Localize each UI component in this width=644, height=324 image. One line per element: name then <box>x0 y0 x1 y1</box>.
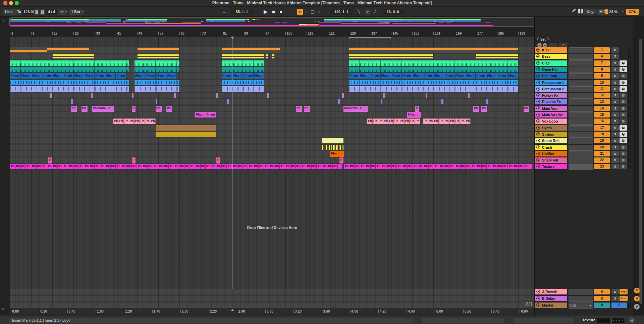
clip[interactable] <box>338 99 340 104</box>
fold-overview-icon[interactable]: ▽ <box>2 18 5 22</box>
clip[interactable] <box>132 93 134 98</box>
clip[interactable] <box>71 99 73 104</box>
clip[interactable] <box>156 132 216 137</box>
track-name[interactable]: Reverse Fx <box>535 99 567 104</box>
arm-button[interactable] <box>620 138 627 143</box>
loop-link-button[interactable]: ⌁ <box>549 43 557 47</box>
track-activator[interactable]: 12 <box>594 93 610 98</box>
track-name[interactable]: Strings <box>535 132 567 137</box>
track-activator[interactable]: 1 <box>594 47 610 53</box>
clip[interactable] <box>272 54 275 59</box>
clip[interactable] <box>10 67 129 72</box>
track-lane[interactable]: PhPhPhPhPhPhPhPhPhPhPhPhPhPhPhPhPhPhPhPh… <box>10 164 534 169</box>
cpu-caret-icon[interactable]: ▾ <box>622 9 624 15</box>
clip[interactable]: Ph <box>71 106 77 112</box>
track-name[interactable]: B Delay <box>535 296 567 301</box>
solo-button[interactable]: S <box>611 60 619 66</box>
metronome-menu-caret-icon[interactable]: ▾ <box>66 9 67 15</box>
clip[interactable] <box>265 54 268 59</box>
track-activator[interactable]: 15 <box>594 112 610 118</box>
track-header[interactable]: Vox Loop16S <box>535 119 632 124</box>
clip[interactable]: Phantom - T <box>92 106 114 112</box>
quantization-menu[interactable]: 1 Bar <box>69 9 83 15</box>
solo-button[interactable]: S <box>611 132 619 137</box>
computer-midi-keyboard-icon[interactable] <box>578 9 583 13</box>
clip[interactable]: PhantPhantPhantPhant <box>135 73 177 79</box>
arm-button[interactable] <box>620 67 627 72</box>
metronome-button[interactable]: ○● <box>58 9 66 15</box>
clip[interactable] <box>50 93 52 98</box>
clip[interactable] <box>222 54 264 59</box>
clip[interactable]: Ph <box>524 106 530 112</box>
arm-button[interactable] <box>620 99 627 104</box>
solo-button[interactable]: S <box>611 289 619 294</box>
track-header[interactable]: Snare Roll19S <box>535 138 632 143</box>
arm-button[interactable] <box>620 80 627 85</box>
track-lane[interactable] <box>10 132 534 137</box>
track-lane[interactable] <box>10 125 534 131</box>
device-chooser[interactable] <box>569 99 593 105</box>
clip[interactable] <box>267 93 269 98</box>
track-header[interactable]: Reverse Fx13S <box>535 99 632 104</box>
cue-out-chooser[interactable]: ‖ 1/2▼ <box>569 303 593 309</box>
device-chooser[interactable] <box>569 145 593 151</box>
play-icon[interactable] <box>536 113 540 117</box>
clip[interactable] <box>381 99 383 104</box>
device-chooser[interactable] <box>569 54 593 60</box>
clip[interactable]: P <box>48 157 52 164</box>
clip[interactable] <box>222 67 264 72</box>
play-icon[interactable] <box>536 106 540 110</box>
return-lane[interactable] <box>10 303 534 308</box>
device-chooser[interactable] <box>569 106 593 112</box>
clip[interactable]: Ph <box>166 106 172 112</box>
clip[interactable] <box>322 145 343 150</box>
track-name[interactable]: Vox Loop <box>535 119 567 124</box>
nudge-up-button[interactable]: |||| <box>40 9 45 15</box>
return-lane[interactable] <box>10 296 534 301</box>
track-activator[interactable]: 10 <box>594 80 610 85</box>
play-icon[interactable] <box>536 290 540 293</box>
play-button[interactable]: ▶ <box>264 9 268 15</box>
fold-lines-icon[interactable] <box>536 54 540 58</box>
clip[interactable]: Ph <box>304 106 310 112</box>
clip[interactable] <box>349 80 518 85</box>
device-chooser[interactable] <box>569 67 593 73</box>
prev-locator-button[interactable]: ← <box>537 43 542 47</box>
track-lane[interactable] <box>10 93 534 98</box>
track-lane[interactable]: PhantPhantPhan <box>10 112 534 118</box>
clip[interactable] <box>383 93 385 98</box>
track-header[interactable]: Hat Loop9S <box>535 73 632 79</box>
track-header[interactable]: B DelayBSPost <box>535 296 632 301</box>
track-activator[interactable]: 4 <box>594 54 610 59</box>
track-name[interactable]: Synth <box>535 125 567 131</box>
arm-button[interactable] <box>620 164 627 169</box>
arm-button[interactable] <box>620 119 627 124</box>
track-lane[interactable]: PhPhPhPhPhPhPhPhPhPhPhPhPhPhPhPhPhPhPhPh… <box>10 119 534 124</box>
punch-out-icon[interactable]: ╱ <box>374 9 376 15</box>
follow-button[interactable]: →‥ <box>222 9 228 15</box>
clip[interactable]: PhantPhantPhantPhant <box>222 73 264 79</box>
track-activator[interactable]: 14 <box>594 106 610 111</box>
solo-button[interactable]: S <box>611 296 619 301</box>
solo-button[interactable]: S <box>611 80 619 85</box>
track-activator[interactable]: 17 <box>594 125 610 131</box>
track-name[interactable]: Master <box>535 303 567 308</box>
track-lane[interactable] <box>10 67 534 72</box>
play-icon[interactable] <box>536 126 540 130</box>
solo-button[interactable]: S <box>611 119 619 124</box>
clip[interactable]: Ph <box>481 106 487 112</box>
punch-in-icon[interactable]: ╲ <box>358 9 360 15</box>
clip[interactable] <box>135 60 179 66</box>
track-name[interactable]: Clap <box>535 60 567 66</box>
arm-button[interactable] <box>620 125 627 131</box>
play-icon[interactable] <box>536 81 540 84</box>
track-name[interactable]: Folexy Fx <box>535 93 567 98</box>
device-chooser[interactable] <box>569 86 593 92</box>
track-header[interactable]: Crash20S <box>535 145 632 150</box>
track-name[interactable]: Crash <box>535 145 567 150</box>
clip[interactable]: PhPhPhPhPhPhPhPhPhPhPhPhPhPhPhPhPhPhPhPh… <box>10 164 342 169</box>
clip[interactable] <box>135 67 179 72</box>
clip[interactable] <box>135 86 179 92</box>
device-chooser[interactable] <box>569 157 593 164</box>
arm-button[interactable] <box>620 151 627 156</box>
